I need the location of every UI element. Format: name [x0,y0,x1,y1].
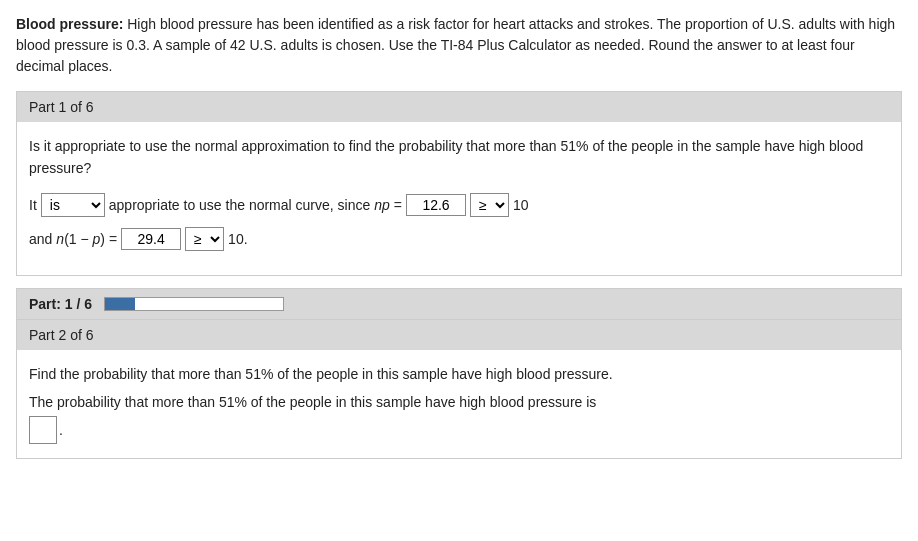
part1-header: Part 1 of 6 [17,92,901,122]
it-is-select[interactable]: is is not [41,193,105,217]
np-value-input[interactable] [406,194,466,216]
row1-num1: 10 [513,197,529,213]
progress-bar-bg [104,297,284,311]
part2-line1: Find the probability that more than 51% … [29,364,889,386]
progress-section: Part: 1 / 6 [16,288,902,319]
part1-question: Is it appropriate to use the normal appr… [29,136,889,179]
part1-section: Part 1 of 6 Is it appropriate to use the… [16,91,902,276]
sign1-select[interactable]: ≥ ≤ > < [470,193,509,217]
intro-bold: Blood pressure: [16,16,123,32]
part1-row2: and n(1 − p) = ≥ ≤ > < 10. [29,227,889,251]
row1-prefix: It [29,197,37,213]
page-wrapper: Blood pressure: High blood pressure has … [0,0,918,485]
part2-body: Find the probability that more than 51% … [17,350,901,458]
row1-middle: appropriate to use the normal curve, sin… [109,197,370,213]
part2-section: Part 2 of 6 Find the probability that mo… [16,319,902,459]
part1-body: Is it appropriate to use the normal appr… [17,122,901,275]
row2-num2: 10. [228,231,247,247]
sign2-select[interactable]: ≥ ≤ > < [185,227,224,251]
part2-header: Part 2 of 6 [17,320,901,350]
row1-equals: = [394,197,402,213]
part2-input-row: . [29,416,889,444]
part2-answer-input[interactable] [29,416,57,444]
progress-bar-fill [105,298,135,310]
part1-row1: It is is not appropriate to use the norm… [29,193,889,217]
intro-body: High blood pressure has been identified … [16,16,895,74]
part2-line2: The probability that more than 51% of th… [29,394,596,410]
intro-text: Blood pressure: High blood pressure has … [16,14,902,77]
row2-and: and [29,231,52,247]
n1p-value-input[interactable] [121,228,181,250]
row2-n1p-label: n(1 − p) = [56,231,117,247]
part2-period: . [59,422,63,438]
np-label: np [374,197,390,213]
progress-label: Part: 1 / 6 [29,296,92,312]
part2-answer-row: The probability that more than 51% of th… [29,394,889,410]
